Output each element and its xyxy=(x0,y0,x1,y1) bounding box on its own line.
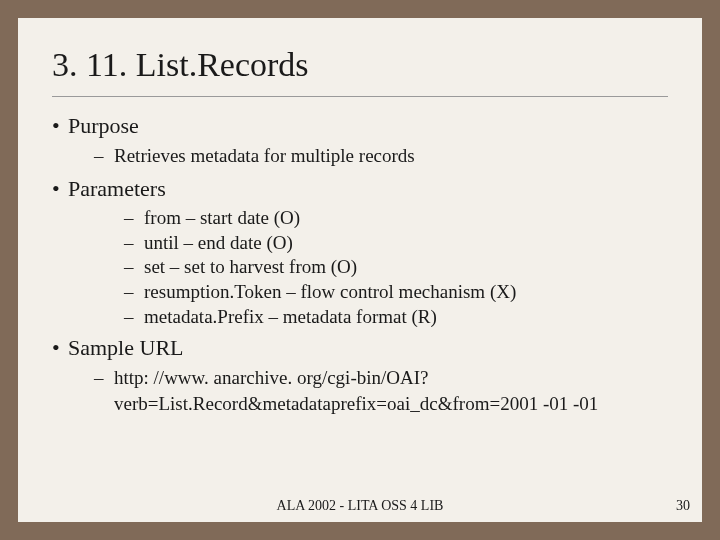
bullet-label: Sample URL xyxy=(68,335,184,360)
sublist-sample: – http: //www. anarchive. org/cgi-bin/OA… xyxy=(68,365,668,416)
dash-glyph: – xyxy=(124,231,134,256)
bullet-glyph: • xyxy=(52,111,60,141)
param-item: – until – end date (O) xyxy=(68,231,668,256)
subitem-text: Retrieves metadata for multiple records xyxy=(114,145,415,166)
dash-glyph: – xyxy=(124,206,134,231)
sublist-purpose: – Retrieves metadata for multiple record… xyxy=(68,143,668,169)
param-text: from – start date (O) xyxy=(144,207,300,228)
dash-glyph: – xyxy=(94,365,104,391)
param-item: – set – set to harvest from (O) xyxy=(68,255,668,280)
slide-title: 3. 11. List.Records xyxy=(52,46,668,84)
param-text: set – set to harvest from (O) xyxy=(144,256,357,277)
bullet-list: • Purpose – Retrieves metadata for multi… xyxy=(52,111,668,416)
dash-glyph: – xyxy=(124,305,134,330)
bullet-sample-url: • Sample URL – http: //www. anarchive. o… xyxy=(52,333,668,416)
title-divider xyxy=(52,96,668,97)
subitem-url: – http: //www. anarchive. org/cgi-bin/OA… xyxy=(68,365,668,416)
slide-content: • Purpose – Retrieves metadata for multi… xyxy=(52,111,668,416)
sublist-parameters: – from – start date (O) – until – end da… xyxy=(68,206,668,329)
param-item: – resumption.Token – flow control mechan… xyxy=(68,280,668,305)
param-item: – from – start date (O) xyxy=(68,206,668,231)
bullet-purpose: • Purpose – Retrieves metadata for multi… xyxy=(52,111,668,168)
param-item: – metadata.Prefix – metadata format (R) xyxy=(68,305,668,330)
url-text: http: //www. anarchive. org/cgi-bin/OAI?… xyxy=(114,367,598,414)
slide-number: 30 xyxy=(676,498,690,514)
param-text: until – end date (O) xyxy=(144,232,293,253)
param-text: metadata.Prefix – metadata format (R) xyxy=(144,306,437,327)
bullet-parameters: • Parameters – from – start date (O) – u… xyxy=(52,174,668,329)
bullet-glyph: • xyxy=(52,333,60,363)
dash-glyph: – xyxy=(124,255,134,280)
param-text: resumption.Token – flow control mechanis… xyxy=(144,281,516,302)
slide: 3. 11. List.Records • Purpose – Retrieve… xyxy=(18,18,702,522)
bullet-label: Purpose xyxy=(68,113,139,138)
bullet-glyph: • xyxy=(52,174,60,204)
bullet-label: Parameters xyxy=(68,176,166,201)
subitem: – Retrieves metadata for multiple record… xyxy=(68,143,668,169)
slide-footer: ALA 2002 - LITA OSS 4 LIB xyxy=(18,498,702,514)
dash-glyph: – xyxy=(124,280,134,305)
dash-glyph: – xyxy=(94,143,104,169)
